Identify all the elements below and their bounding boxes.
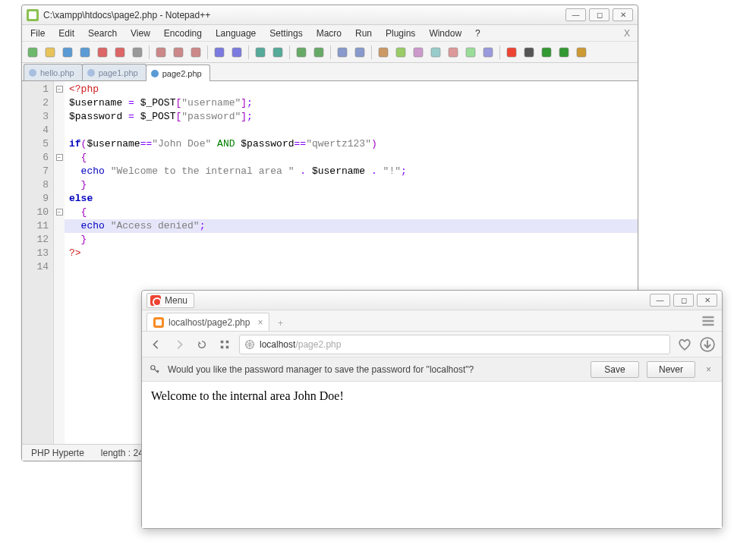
file-tab-page2-php[interactable]: page2.php — [146, 65, 210, 81]
play-many-icon[interactable] — [556, 45, 572, 60]
redo-icon[interactable] — [229, 45, 244, 60]
code-line[interactable]: $username = $_POST["username"]; — [69, 96, 635, 110]
reload-button[interactable] — [194, 336, 210, 353]
speed-dial-button[interactable] — [216, 336, 233, 353]
new-file-icon[interactable] — [25, 45, 40, 60]
file-tab-page1-php[interactable]: page1.php — [82, 64, 146, 80]
code-line[interactable]: } — [69, 178, 635, 192]
all-chars-icon[interactable] — [393, 45, 408, 60]
menu-encoding[interactable]: Encoding — [157, 27, 209, 40]
new-tab-button[interactable]: + — [272, 316, 288, 331]
tab-label: localhost/page2.php — [169, 317, 250, 328]
npp-title: C:\xampp\htdocs\page2.php - Notepad++ — [43, 10, 561, 20]
code-line[interactable]: else — [69, 192, 635, 206]
cut-icon[interactable] — [153, 45, 169, 60]
code-line[interactable]: echo "Welcome to the internal area " . $… — [69, 165, 635, 178]
close-button[interactable]: ✕ — [613, 8, 633, 21]
open-file-icon[interactable] — [43, 45, 58, 60]
code-line[interactable]: $password = $_POST["password"]; — [69, 110, 635, 124]
zoom-in-icon[interactable] — [294, 45, 309, 60]
print-icon[interactable] — [130, 45, 145, 60]
close-file-icon[interactable] — [95, 45, 110, 60]
save-all-icon[interactable] — [77, 45, 93, 60]
menu-macro[interactable]: Macro — [310, 27, 348, 40]
svg-rect-33 — [221, 340, 224, 343]
menu-window[interactable]: Window — [422, 27, 468, 40]
save-icon[interactable] — [60, 45, 75, 60]
menu-?[interactable]: ? — [468, 27, 487, 40]
file-saved-dot-icon — [151, 70, 159, 77]
save-password-button[interactable]: Save — [591, 361, 639, 378]
back-button[interactable] — [148, 336, 165, 353]
menu-file[interactable]: File — [24, 27, 52, 40]
func-list-icon[interactable] — [480, 45, 496, 60]
play-icon[interactable] — [539, 45, 554, 60]
save-macro-icon[interactable] — [574, 45, 589, 60]
menu-plugins[interactable]: Plugins — [379, 27, 422, 40]
zoom-out-icon[interactable] — [311, 45, 326, 60]
file-tab-hello-php[interactable]: hello.php — [24, 64, 83, 80]
page-content: Welcome to the internal area John Doe! — [142, 382, 722, 528]
code-line[interactable]: { — [69, 151, 635, 165]
code-line[interactable]: if($username=="John Doe" AND $password==… — [69, 137, 635, 151]
downloads-icon[interactable] — [699, 336, 716, 353]
svg-rect-26 — [524, 48, 534, 57]
fold-toggle-icon[interactable]: − — [56, 86, 63, 93]
address-bar[interactable]: localhost/page2.php — [239, 335, 670, 354]
maximize-button[interactable]: ◻ — [589, 8, 610, 21]
browser-menu-button[interactable]: Menu — [146, 293, 194, 308]
menu-settings[interactable]: Settings — [263, 27, 309, 40]
fold-gutter[interactable]: − − − — [54, 81, 65, 444]
bookmark-heart-icon[interactable] — [676, 336, 693, 353]
npp-titlebar[interactable]: C:\xampp\htdocs\page2.php - Notepad++ — … — [22, 5, 638, 25]
sync-v-icon[interactable] — [335, 45, 350, 60]
sync-h-icon[interactable] — [352, 45, 367, 60]
forward-button[interactable] — [171, 336, 187, 353]
svg-rect-34 — [226, 340, 229, 343]
copy-icon[interactable] — [171, 45, 186, 60]
panel-toggle-icon[interactable] — [701, 313, 716, 329]
lang-panel-icon[interactable] — [428, 45, 443, 60]
paste-icon[interactable] — [188, 45, 203, 60]
browser-tab[interactable]: localhost/page2.php × — [146, 313, 269, 331]
close-all-icon[interactable] — [112, 45, 128, 60]
menu-edit[interactable]: Edit — [52, 27, 81, 40]
menu-run[interactable]: Run — [348, 27, 379, 40]
browser-titlebar[interactable]: Menu — ◻ ✕ — [142, 291, 722, 310]
folder-icon[interactable] — [446, 45, 461, 60]
record-icon[interactable] — [504, 45, 519, 60]
fold-toggle-icon[interactable]: − — [56, 154, 63, 161]
find-icon[interactable] — [253, 45, 268, 60]
doc-map-icon[interactable] — [463, 45, 478, 60]
menu-language[interactable]: Language — [209, 27, 263, 40]
code-line[interactable]: } — [69, 233, 635, 247]
undo-icon[interactable] — [212, 45, 227, 60]
toolbar-separator — [149, 46, 150, 59]
code-line[interactable]: ?> — [69, 247, 635, 260]
stop-icon[interactable] — [521, 45, 537, 60]
code-line[interactable] — [69, 124, 635, 137]
close-doc-button[interactable]: X — [618, 28, 636, 39]
menu-search[interactable]: Search — [81, 27, 124, 40]
tab-close-icon[interactable]: × — [257, 317, 263, 328]
replace-icon[interactable] — [270, 45, 285, 60]
minimize-button[interactable]: — — [650, 294, 670, 307]
menu-view[interactable]: View — [124, 27, 157, 40]
browser-window-controls: — ◻ ✕ — [650, 294, 717, 307]
wrap-icon[interactable] — [376, 45, 391, 60]
code-line[interactable]: <?php — [69, 83, 635, 96]
svg-rect-21 — [431, 48, 440, 57]
code-line[interactable] — [69, 260, 635, 274]
code-line[interactable]: echo "Access denied"; — [65, 219, 638, 233]
svg-rect-16 — [338, 48, 347, 57]
globe-icon — [244, 339, 255, 350]
maximize-button[interactable]: ◻ — [673, 294, 694, 307]
never-save-button[interactable]: Never — [647, 361, 695, 378]
infobar-close-icon[interactable]: × — [703, 364, 714, 375]
fold-toggle-icon[interactable]: − — [56, 209, 63, 216]
minimize-button[interactable]: — — [565, 8, 586, 21]
code-line[interactable]: { — [69, 206, 635, 219]
close-button[interactable]: ✕ — [697, 294, 717, 307]
browser-window: Menu — ◻ ✕ localhost/page2.php × + local… — [141, 290, 723, 529]
indent-guide-icon[interactable] — [411, 45, 426, 60]
